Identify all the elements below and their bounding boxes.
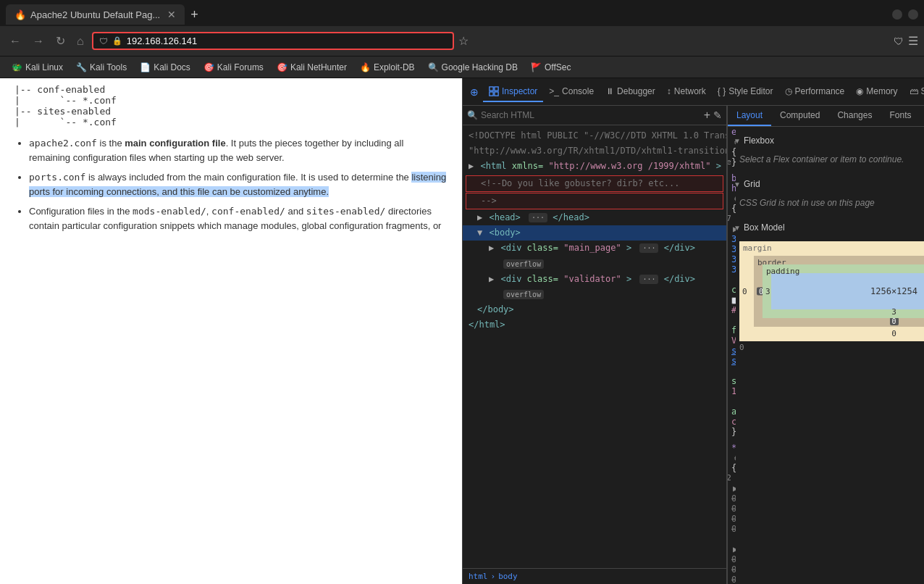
tab-inspector[interactable]: Inspector (483, 82, 543, 102)
shield-nav-button[interactable]: 🛡 (894, 36, 904, 47)
bookmark-button[interactable]: ☆ (458, 34, 469, 48)
tab-close-button[interactable]: ✕ (167, 9, 176, 20)
html-line-html[interactable]: ▶ <html xmlns= "http://www.w3.org /1999/… (463, 159, 726, 174)
tab-fonts[interactable]: Fonts (881, 106, 920, 126)
devtools-toolbar: ⊕ Inspector >_ Console ⏸ Debugger ↕ Netw… (463, 78, 924, 106)
grid-section: ▼ Grid CSS Grid is not in use on this pa… (734, 176, 924, 214)
inspector-tab-label: Inspector (502, 86, 537, 96)
bookmark-kali-forums[interactable]: 🎯 Kali Forums (198, 61, 269, 74)
home-button[interactable]: ⌂ (73, 33, 88, 49)
html-line-close-html[interactable]: </html> (463, 317, 726, 333)
flexbox-header[interactable]: ▼ Flexbox (734, 133, 924, 149)
network-tab-label: Network (674, 86, 706, 96)
grid-label: Grid (744, 179, 760, 189)
tab-console[interactable]: >_ Console (543, 82, 600, 102)
tab-memory[interactable]: ◉ Memory (850, 82, 903, 102)
browser-chrome: 🔥 Apache2 Ubuntu Default Pag... ✕ + ← → … (0, 0, 924, 78)
reload-button[interactable]: ↻ (52, 33, 69, 49)
bookmark-kali-docs[interactable]: 📄 Kali Docs (134, 61, 196, 74)
content-box: 1256×1254 (771, 273, 924, 309)
nav-right: 🛡 ☰ (894, 34, 918, 48)
box-model-header[interactable]: ▼ Box Model (734, 220, 924, 235)
breadcrumb-html[interactable]: html (469, 572, 488, 581)
grid-arrow: ▼ (734, 180, 741, 188)
performance-tab-label: Performance (795, 86, 845, 96)
bookmark-icon: 🔍 (428, 62, 439, 72)
padding-bottom-value: 3 (891, 307, 896, 317)
html-line-body[interactable]: ▼ <body> (463, 225, 726, 241)
bookmark-offsec[interactable]: 🚩 OffSec (525, 61, 576, 74)
bookmark-label: Kali Tools (90, 62, 127, 72)
dir-tree-text: |-- conf-enabled | `-- *.conf |-- sites-… (14, 84, 448, 128)
margin-label: margin (743, 243, 772, 253)
bookmark-kali-nethunter[interactable]: 🎯 Kali NetHunter (271, 61, 353, 74)
right-panel-tabs: Layout Computed Changes Fonts Animati... (728, 106, 924, 127)
tab-style-editor[interactable]: { } Style Editor (712, 82, 779, 102)
list-item: ports.conf is always included from the m… (29, 170, 448, 199)
forward-button[interactable]: → (29, 33, 48, 49)
bookmark-label: OffSec (545, 62, 571, 72)
tab-animation[interactable]: Animati... (920, 106, 924, 126)
right-panel: Layout Computed Changes Fonts Animati...… (727, 106, 924, 584)
html-line-head[interactable]: ▶ <head> ··· </head> (463, 210, 726, 225)
flexbox-message: Select a Flex container or item to conti… (734, 151, 924, 167)
tab-computed[interactable]: Computed (771, 106, 828, 126)
html-content: <!DOCTYPE html PUBLIC "-//W3C//DTD XHTML… (463, 125, 726, 568)
bookmark-exploit-db[interactable]: 🔥 Exploit-DB (354, 61, 421, 74)
window-maximize[interactable] (908, 9, 918, 20)
html-line-doctype2[interactable]: "http://www.w3.org/TR/xhtml1/DTD/xhtml1-… (463, 143, 726, 159)
bookmark-label: Kali Linux (25, 62, 63, 72)
debugger-tab-label: Debugger (617, 86, 655, 96)
tab-storage[interactable]: 🗃 Storage (904, 82, 924, 102)
margin-bottom-value: 0 (891, 329, 896, 338)
dir-tree: |-- conf-enabled | `-- *.conf |-- sites-… (0, 78, 462, 133)
tab-layout[interactable]: Layout (728, 106, 771, 126)
tab-debugger[interactable]: ⏸ Debugger (600, 82, 661, 102)
storage-tab-label: Storage (921, 86, 924, 96)
breadcrumb-body[interactable]: body (498, 572, 518, 581)
new-tab-button[interactable]: + (185, 7, 204, 22)
security-icon: 🛡 (99, 36, 108, 46)
console-tab-label: Console (562, 86, 594, 96)
html-breadcrumb: html › body (463, 568, 726, 584)
window-controls (892, 9, 918, 20)
bookmark-icon: 📄 (140, 62, 151, 72)
grid-body: CSS Grid is not in use on this page (734, 192, 924, 214)
back-button[interactable]: ← (6, 33, 25, 49)
bookmark-label: Kali Docs (154, 62, 190, 72)
margin-layer: margin 0 0 0 0 border 0 0 (739, 241, 924, 341)
flexbox-label: Flexbox (744, 135, 774, 146)
tab-performance[interactable]: ◷ Performance (779, 82, 851, 102)
bookmark-kali-tools[interactable]: 🔧 Kali Tools (70, 61, 133, 74)
bookmark-icon: 🎯 (277, 62, 287, 72)
html-search-input[interactable] (481, 110, 701, 120)
address-bar[interactable]: 🛡 🔒 (92, 32, 454, 50)
html-line-doctype1[interactable]: <!DOCTYPE html PUBLIC "-//W3C//DTD XHTML… (463, 128, 726, 143)
bookmark-icon: 🔧 (76, 62, 87, 72)
padding-label: padding (766, 267, 799, 276)
html-line-comment2[interactable]: --> (466, 193, 723, 209)
bookmark-kali-linux[interactable]: 🐲 Kali Linux (6, 61, 69, 74)
style-editor-icon: { } (718, 86, 726, 96)
browser-tab[interactable]: 🔥 Apache2 Ubuntu Default Pag... ✕ (6, 4, 185, 25)
html-line-div-main[interactable]: ▶ <div class= "main_page" > ··· </div> (463, 241, 726, 256)
memory-tab-label: Memory (866, 86, 897, 96)
bookmark-google-hacking[interactable]: 🔍 Google Hacking DB (422, 61, 524, 74)
html-line-div-validator[interactable]: ▶ <div class= "validator" > ··· </div> (463, 272, 726, 287)
window-minimize[interactable] (892, 9, 902, 20)
html-line-comment[interactable]: <!--Do you like gobuster? dirb? etc... (466, 175, 723, 192)
menu-button[interactable]: ☰ (908, 34, 918, 48)
tab-changes[interactable]: Changes (828, 106, 881, 126)
devtools-split: 🔍 + ✎ <!DOCTYPE html PUBLIC "-//W3C//DTD… (463, 106, 924, 584)
memory-icon: ◉ (856, 86, 863, 96)
pick-element-icon[interactable]: ⊕ (466, 86, 483, 98)
grid-header[interactable]: ▼ Grid (734, 176, 924, 192)
box-model-arrow: ▼ (734, 224, 741, 232)
bookmark-icon: 🐲 (12, 62, 22, 72)
html-line-close-body[interactable]: </body> (463, 302, 726, 317)
url-input[interactable] (127, 36, 447, 46)
bookmark-icon: 🚩 (531, 62, 542, 72)
add-node-button[interactable]: + (704, 109, 710, 122)
pick-node-button[interactable]: ✎ (713, 109, 722, 121)
tab-network[interactable]: ↕ Network (661, 82, 712, 102)
